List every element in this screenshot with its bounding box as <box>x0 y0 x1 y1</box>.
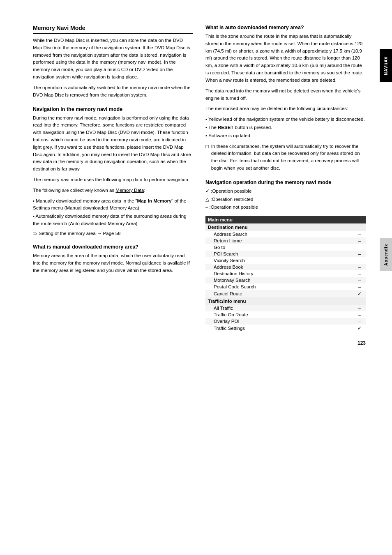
auto-download-section: What is auto downloaded memory area? Thi… <box>205 25 366 172</box>
page-number: 123 <box>205 340 366 346</box>
overlay-poi-status: – <box>353 318 366 325</box>
traffic-settings-label: Traffic Settings <box>205 325 353 332</box>
table-header-cell: Main menu <box>205 216 366 223</box>
go-to-status: – <box>353 244 366 251</box>
postal-code-label: Postal Code Search <box>205 283 353 290</box>
address-book-status: – <box>353 264 366 270</box>
main-heading: Memory Navi Mode <box>33 25 193 34</box>
traffic-info-label: Traffic/Info menu <box>205 297 366 305</box>
table-row: Postal Code Search – <box>205 283 366 290</box>
motorway-search-label: Motorway Search <box>205 277 353 283</box>
auto-download-heading: What is auto downloaded memory area? <box>205 25 366 30</box>
op-item-3: – :Operation not possible <box>205 204 366 211</box>
nav-memory-navi-section: Navigation in the memory navi mode Durin… <box>33 106 193 237</box>
destination-menu-label: Destination menu <box>205 223 366 231</box>
section2-heading: Navigation in the memory navi mode <box>33 106 193 112</box>
nav-op-heading: Navigation operation during the memory n… <box>205 180 366 185</box>
right-column: What is auto downloaded memory area? Thi… <box>205 25 366 346</box>
section2-para-1: During the memory navi mode, navigation … <box>33 115 193 173</box>
op-list: ✓ :Operation possible △ :Operation restr… <box>205 188 366 211</box>
circumstance-1: Yellow lead of the navigation system or … <box>205 116 366 123</box>
address-search-label: Address Search <box>205 231 353 237</box>
memory-data-list: Manually downloaded memory area data in … <box>33 198 193 228</box>
table-row: Destination History – <box>205 270 366 277</box>
note-icon: □ <box>205 143 209 150</box>
memory-data-item-2: Automatically downloaded memory data of … <box>33 213 193 228</box>
table-row: Motorway Search – <box>205 277 366 283</box>
section3-para-1: Memory area is the area of the map data,… <box>33 252 193 274</box>
all-traffic-label: All Traffic <box>205 305 353 311</box>
circumstances-list: Yellow lead of the navigation system or … <box>205 116 366 139</box>
return-home-status: – <box>353 237 366 244</box>
op-item-1: ✓ :Operation possible <box>205 188 366 195</box>
arrow-icon: ⊃ <box>33 231 37 237</box>
side-label-appendix: Appendix <box>380 238 392 271</box>
auto-para-1: This is the zone around the route in the… <box>205 33 366 84</box>
section3-heading: What is manual downloaded memory area? <box>33 244 193 250</box>
traffic-info-section-row: Traffic/Info menu <box>205 297 366 305</box>
traffic-on-route-status: – <box>353 311 366 318</box>
poi-search-label: POI Search <box>205 251 353 257</box>
op-item-2: △ :Operation restricted <box>205 196 366 203</box>
memory-navi-mode-section: Memory Navi Mode While the DVD Map Disc … <box>33 25 193 99</box>
destination-menu-section-row: Destination menu <box>205 223 366 231</box>
table-row: Overlay POI – <box>205 318 366 325</box>
poi-search-status: – <box>353 251 366 257</box>
go-to-label: Go to <box>205 244 353 251</box>
section2-para-2: The memory navi mode uses the following … <box>33 176 193 184</box>
cancel-route-status: ✓ <box>353 290 366 297</box>
table-header-row: Main menu <box>205 216 366 223</box>
table-row: All Traffic – <box>205 305 366 311</box>
traffic-settings-status: ✓ <box>353 325 366 332</box>
note-text: In these circumstances, the system will … <box>211 143 366 172</box>
table-row: Return Home – <box>205 237 366 244</box>
motorway-search-status: – <box>353 277 366 283</box>
auto-para-3: The memorised area may be deleted in the… <box>205 105 366 113</box>
circumstance-2: The RESET button is pressed. <box>205 124 366 131</box>
traffic-on-route-label: Traffic On Route <box>205 311 353 318</box>
address-search-status: – <box>353 231 366 237</box>
cancel-route-label: Cancel Route <box>205 290 353 297</box>
table-row: Traffic On Route – <box>205 311 366 318</box>
overlay-poi-label: Overlay POI <box>205 318 353 325</box>
table-row: Go to – <box>205 244 366 251</box>
intro-para-1: While the DVD Map Disc is inserted, you … <box>33 37 193 81</box>
nav-op-section: Navigation operation during the memory n… <box>205 180 366 332</box>
return-home-label: Return Home <box>205 237 353 244</box>
table-row: Address Search – <box>205 231 366 237</box>
menu-table: Main menu Destination menu Address Searc… <box>205 216 366 332</box>
table-row: Traffic Settings ✓ <box>205 325 366 332</box>
note-block: □ In these circumstances, the system wil… <box>205 143 366 172</box>
memory-data-link: Memory Data <box>115 188 144 193</box>
circumstance-3: Software is updated. <box>205 132 366 140</box>
dest-history-label: Destination History <box>205 270 353 277</box>
all-traffic-status: – <box>353 305 366 311</box>
table-row: Cancel Route ✓ <box>205 290 366 297</box>
address-book-label: Address Book <box>205 264 353 270</box>
intro-para-2: The operation is automatically switched … <box>33 84 193 99</box>
page: NAVI/AV Appendix Memory Navi Mode While … <box>0 0 392 555</box>
vicinity-search-label: Vicinity Search <box>205 257 353 264</box>
left-column: Memory Navi Mode While the DVD Map Disc … <box>33 25 193 346</box>
manual-download-section: What is manual downloaded memory area? M… <box>33 244 193 274</box>
table-row: POI Search – <box>205 251 366 257</box>
postal-code-status: – <box>353 283 366 290</box>
table-row: Address Book – <box>205 264 366 270</box>
memory-data-item-1: Manually downloaded memory area data in … <box>33 198 193 212</box>
section2-para-3: The following are collectively known as … <box>33 187 193 194</box>
auto-para-2: The data read into the memory will not b… <box>205 88 366 102</box>
table-row: Vicinity Search – <box>205 257 366 264</box>
arrow-note: ⊃ Setting of the memory area → Page 58 <box>33 231 193 237</box>
side-label-naviav: NAVI/AV <box>380 49 392 82</box>
vicinity-search-status: – <box>353 257 366 264</box>
two-column-layout: Memory Navi Mode While the DVD Map Disc … <box>33 25 367 346</box>
dest-history-status: – <box>353 270 366 277</box>
